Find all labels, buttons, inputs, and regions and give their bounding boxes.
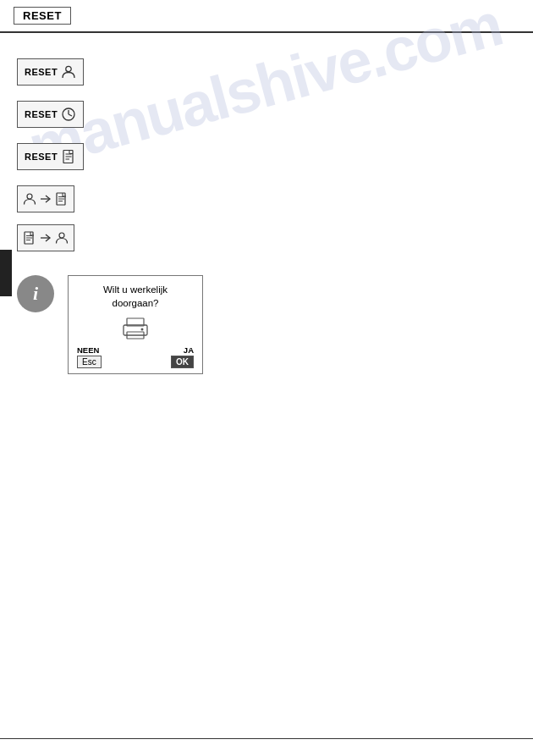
info-letter: i	[33, 283, 38, 305]
svg-line-3	[69, 114, 72, 116]
bottom-border	[0, 738, 533, 739]
ja-label: JA	[184, 345, 194, 355]
reset-clock-button[interactable]: RESET	[17, 101, 84, 128]
dialog-ja: JA OK	[171, 345, 194, 368]
reset-person-row: RESET	[17, 58, 516, 86]
dialog-line2: doorgaan?	[113, 298, 159, 308]
person2-small-icon	[55, 231, 69, 245]
svg-point-0	[66, 66, 71, 71]
person-icon	[61, 64, 76, 80]
ok-button[interactable]: OK	[171, 356, 194, 368]
person-to-doc-button[interactable]	[17, 185, 74, 212]
doc-to-person-row	[17, 224, 516, 251]
dialog-buttons: NEEN Esc JA OK	[77, 345, 194, 368]
neen-label: NEEN	[77, 345, 99, 355]
person-small-icon	[23, 192, 36, 206]
doc-to-person-button[interactable]	[17, 224, 74, 251]
reset-doc-row: RESET	[17, 143, 516, 170]
reset-doc-button[interactable]: RESET	[17, 143, 84, 170]
info-icon: i	[17, 275, 54, 312]
reset-person-button[interactable]: RESET	[17, 58, 84, 86]
reset-clock-label: RESET	[25, 109, 58, 119]
arrow-right2-icon	[40, 233, 52, 243]
dialog-box: Wilt u werkelijk doorgaan? NEEN Esc JA	[68, 275, 203, 374]
esc-button[interactable]: Esc	[77, 356, 102, 368]
dialog-line1: Wilt u werkelijk	[103, 284, 168, 295]
reset-person-label: RESET	[25, 67, 58, 77]
doc2-small-icon	[23, 231, 36, 245]
info-section: i Wilt u werkelijk doorgaan? NEEN Esc	[17, 275, 516, 374]
arrow-right-icon	[40, 194, 52, 204]
page-header: RESET	[0, 0, 533, 33]
clock-icon	[61, 107, 76, 122]
doc-small-icon	[55, 192, 69, 206]
dialog-icon-row	[77, 317, 194, 340]
doc-icon	[61, 149, 76, 164]
svg-point-19	[59, 233, 64, 238]
dialog-neen: NEEN Esc	[77, 345, 102, 368]
printer-icon	[120, 317, 151, 340]
reset-clock-row: RESET	[17, 101, 516, 128]
header-reset-label: RESET	[14, 7, 71, 25]
reset-doc-label: RESET	[25, 152, 58, 162]
main-content: RESET RESET RESET	[0, 33, 533, 391]
svg-point-23	[141, 328, 144, 331]
person-to-doc-row	[17, 185, 516, 212]
dialog-text: Wilt u werkelijk doorgaan?	[77, 283, 194, 310]
svg-point-8	[27, 194, 32, 199]
